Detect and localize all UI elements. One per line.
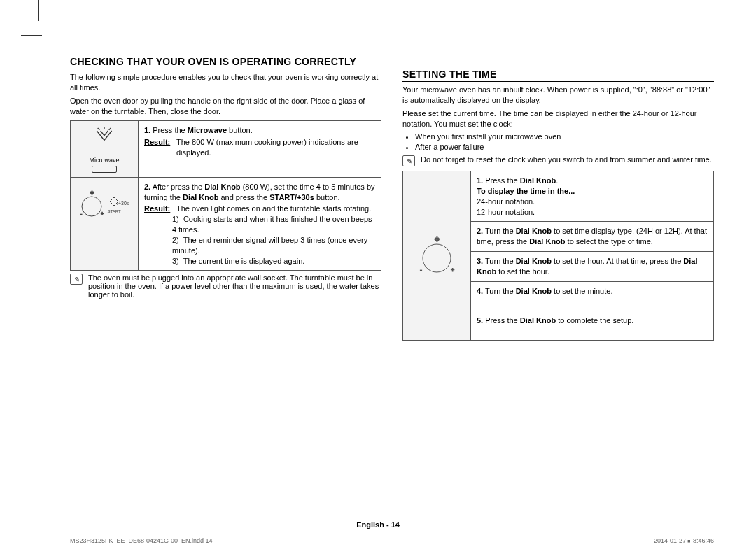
svg-text:⏻: ⏻ (90, 190, 94, 194)
page-footer-meta: MS23H3125FK_EE_DE68-04241G-00_EN.indd 14… (70, 537, 714, 544)
heading-checking: CHECKING THAT YOUR OVEN IS OPERATING COR… (70, 56, 382, 69)
svg-text:⏻: ⏻ (435, 236, 440, 241)
note-text: The oven must be plugged into an appropr… (88, 274, 382, 299)
bullet-list: When you first install your microwave ov… (415, 132, 714, 152)
intro-text: Your microwave oven has an inbuilt clock… (402, 85, 714, 106)
content-columns: CHECKING THAT YOUR OVEN IS OPERATING COR… (70, 56, 714, 341)
step-cell: 2. Turn the Dial Knob to set time displa… (471, 222, 714, 252)
dial-knob-icon: ⏻ - + (403, 171, 471, 340)
svg-text:-: - (80, 211, 83, 216)
note-block: ✎ The oven must be plugged into an appro… (70, 274, 382, 299)
note-block: ✎ Do not forget to reset the clock when … (402, 155, 714, 166)
footer-file: MS23H3125FK_EE_DE68-04241G-00_EN.indd 14 (70, 537, 213, 544)
steps-table-left: Microwave 1. Press the Microwave button.… (70, 120, 382, 271)
intro-text: Open the oven door by pulling the handle… (70, 96, 382, 117)
manual-page: CHECKING THAT YOUR OVEN IS OPERATING COR… (0, 0, 756, 554)
crop-mark-icon (21, 35, 42, 36)
svg-point-6 (423, 244, 451, 272)
note-text: Do not forget to reset the clock when yo… (421, 155, 712, 166)
table-row: ⏻ - + 1. Press the Dial Knob. To display… (403, 171, 714, 222)
list-item: When you first install your microwave ov… (415, 132, 714, 142)
left-column: CHECKING THAT YOUR OVEN IS OPERATING COR… (70, 56, 382, 341)
right-column: SETTING THE TIME Your microwave oven has… (402, 56, 714, 341)
step-cell: 3. Turn the Dial Knob to set the hour. A… (471, 252, 714, 282)
dial-start-icon: ⏻ - + /+30s START (71, 177, 139, 271)
svg-text:/+30s: /+30s (117, 201, 130, 206)
svg-point-0 (82, 197, 102, 216)
list-item: After a power failure (415, 142, 714, 152)
step-cell: 1. Press the Dial Knob. To display the t… (471, 171, 714, 222)
footer-date: 2014-01-27 ￭ 8:46:46 (654, 537, 714, 544)
heading-setting-time: SETTING THE TIME (402, 69, 714, 82)
microwave-button-icon: Microwave (71, 121, 139, 177)
intro-text: The following simple procedure enables y… (70, 72, 382, 93)
step1-cell: 1. Press the Microwave button. Result: T… (139, 121, 382, 177)
table-row: Microwave 1. Press the Microwave button.… (71, 121, 382, 177)
svg-text:+: + (101, 211, 104, 216)
step2-cell: 2. After press the Dial Knob (800 W), se… (139, 177, 382, 271)
crop-mark-icon (38, 0, 39, 21)
intro-text: Please set the current time. The time ca… (402, 108, 714, 129)
step-cell: 5. Press the Dial Knob to complete the s… (471, 311, 714, 340)
note-icon: ✎ (70, 274, 83, 285)
svg-text:+: + (451, 267, 454, 274)
step-cell: 4. Turn the Dial Knob to set the minute. (471, 281, 714, 311)
page-footer-center: English - 14 (0, 520, 756, 529)
svg-text:START: START (107, 209, 120, 213)
table-row: ⏻ - + /+30s START 2. After press the Dia… (71, 177, 382, 271)
svg-text:-: - (420, 267, 422, 274)
note-icon: ✎ (402, 155, 415, 166)
steps-table-right: ⏻ - + 1. Press the Dial Knob. To display… (402, 171, 714, 340)
